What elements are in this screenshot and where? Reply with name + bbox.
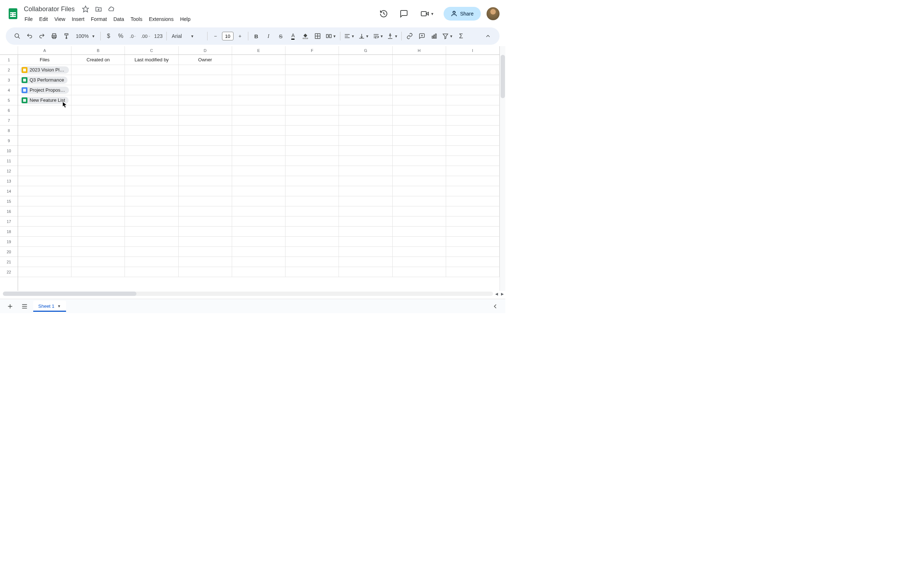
file-chip[interactable]: New Feature List [20, 97, 69, 104]
cell[interactable] [179, 216, 232, 226]
cell[interactable] [393, 166, 446, 176]
cell[interactable] [72, 267, 125, 277]
cell[interactable] [446, 196, 500, 206]
row-header[interactable]: 12 [0, 166, 18, 176]
cell[interactable] [232, 95, 285, 105]
cell[interactable] [339, 146, 392, 155]
cell[interactable] [339, 125, 392, 135]
cell[interactable] [285, 75, 339, 85]
cell[interactable] [125, 176, 178, 186]
user-avatar[interactable] [487, 7, 500, 20]
cell[interactable] [446, 85, 500, 95]
paint-format-icon[interactable] [61, 30, 72, 42]
cell[interactable] [72, 136, 125, 146]
cell[interactable] [285, 267, 339, 277]
cell[interactable] [339, 216, 392, 226]
link-icon[interactable] [404, 30, 415, 42]
cell[interactable] [18, 186, 72, 196]
cell[interactable] [72, 257, 125, 267]
cell[interactable] [339, 267, 392, 277]
column-header[interactable]: G [339, 46, 392, 55]
cell[interactable] [125, 227, 178, 236]
cell[interactable] [393, 116, 446, 125]
cell[interactable] [232, 65, 285, 75]
cell[interactable] [232, 207, 285, 216]
row-header[interactable]: 20 [0, 247, 18, 257]
cell[interactable] [393, 227, 446, 236]
cell[interactable] [125, 156, 178, 166]
menu-format[interactable]: Format [88, 15, 110, 23]
cell[interactable] [339, 65, 392, 75]
cell[interactable] [72, 125, 125, 135]
cell[interactable] [179, 186, 232, 196]
menu-data[interactable]: Data [110, 15, 127, 23]
comments-icon[interactable] [397, 6, 411, 21]
cell[interactable] [446, 55, 500, 64]
search-icon[interactable] [11, 30, 23, 42]
row-header[interactable]: 8 [0, 125, 18, 136]
cell[interactable] [72, 237, 125, 246]
cell[interactable] [232, 196, 285, 206]
cell[interactable] [179, 156, 232, 166]
cell[interactable] [232, 237, 285, 246]
strikethrough-icon[interactable]: S [275, 30, 287, 42]
cell[interactable] [446, 267, 500, 277]
menu-help[interactable]: Help [177, 15, 193, 23]
cell[interactable] [446, 65, 500, 75]
cell[interactable] [179, 176, 232, 186]
cell[interactable] [393, 247, 446, 257]
functions-icon[interactable]: Σ [455, 30, 467, 42]
cell[interactable] [393, 125, 446, 135]
cell[interactable] [446, 105, 500, 115]
row-header[interactable]: 2 [0, 65, 18, 75]
select-all-corner[interactable] [0, 46, 18, 55]
cell[interactable] [339, 85, 392, 95]
text-rotation-icon[interactable]: ▼ [385, 30, 399, 42]
cell[interactable] [232, 105, 285, 115]
row-header[interactable]: 11 [0, 156, 18, 166]
cell[interactable] [232, 186, 285, 196]
add-sheet-icon[interactable] [4, 301, 16, 312]
cell[interactable] [446, 257, 500, 267]
column-header[interactable]: H [393, 46, 446, 55]
cell[interactable] [72, 186, 125, 196]
percent-icon[interactable]: % [115, 30, 127, 42]
cell[interactable]: 2023 Vision Plan... [18, 65, 72, 75]
cell[interactable] [285, 55, 339, 64]
redo-icon[interactable] [36, 30, 48, 42]
cell[interactable] [179, 166, 232, 176]
cell[interactable] [179, 196, 232, 206]
cell[interactable] [72, 176, 125, 186]
row-header[interactable]: 17 [0, 216, 18, 227]
row-header[interactable]: 22 [0, 267, 18, 277]
cell[interactable] [72, 247, 125, 257]
cell[interactable] [285, 196, 339, 206]
cell[interactable] [393, 85, 446, 95]
merge-cells-icon[interactable]: ▼ [324, 30, 338, 42]
cell[interactable]: Last modified by [125, 55, 178, 64]
cell[interactable] [125, 247, 178, 257]
cell[interactable] [72, 207, 125, 216]
vertical-align-icon[interactable]: ▼ [357, 30, 371, 42]
cell[interactable] [232, 166, 285, 176]
cell[interactable] [125, 125, 178, 135]
scroll-left-icon[interactable]: ◀ [494, 291, 500, 297]
cell[interactable] [179, 267, 232, 277]
row-header[interactable]: 15 [0, 196, 18, 207]
cell[interactable] [339, 237, 392, 246]
file-chip[interactable]: Project Proposa... [20, 87, 69, 94]
cell[interactable] [393, 55, 446, 64]
cell[interactable] [125, 267, 178, 277]
cell[interactable] [125, 186, 178, 196]
row-header[interactable]: 5 [0, 95, 18, 105]
cell[interactable] [393, 95, 446, 105]
sheet-tab[interactable]: Sheet 1 ▼ [33, 301, 66, 312]
cell[interactable] [18, 196, 72, 206]
cell[interactable] [125, 146, 178, 155]
column-header[interactable]: C [125, 46, 178, 55]
cell[interactable] [339, 55, 392, 64]
row-header[interactable]: 10 [0, 146, 18, 156]
history-icon[interactable] [376, 6, 391, 21]
cell[interactable] [232, 247, 285, 257]
share-button[interactable]: Share [443, 7, 481, 20]
